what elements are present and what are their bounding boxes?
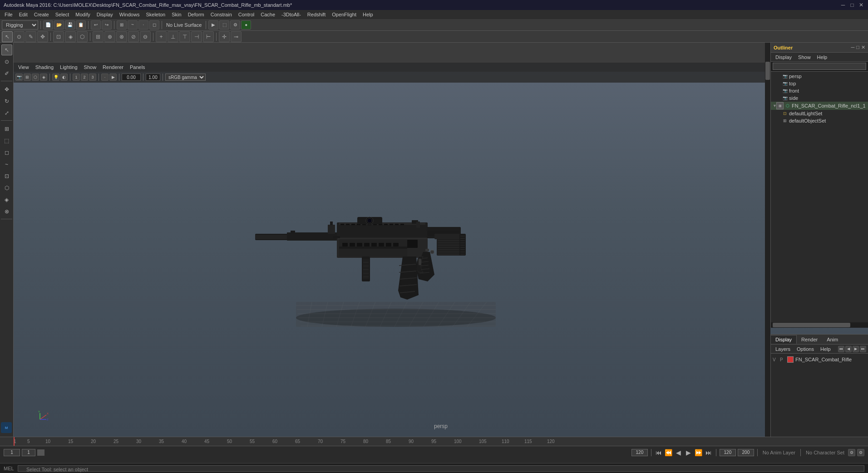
- coord-input[interactable]: 0.00: [122, 74, 141, 81]
- menu-constrain[interactable]: Constrain: [208, 11, 235, 18]
- outliner-item-lightset[interactable]: ⊡ defaultLightSet: [771, 110, 868, 117]
- vp-lighting-menu[interactable]: Lighting: [57, 64, 80, 71]
- menu-openflight[interactable]: OpenFlight: [329, 11, 359, 18]
- skip-to-start-button[interactable]: ⏮: [655, 448, 663, 457]
- maximize-button[interactable]: □: [849, 2, 855, 8]
- lasso-tool-button[interactable]: ⊙: [14, 31, 25, 42]
- menu-skeleton[interactable]: Skeleton: [143, 11, 168, 18]
- snap-grid-button[interactable]: ⊞: [117, 20, 127, 30]
- skeleton4-button[interactable]: ⊘: [128, 31, 139, 42]
- subdiv-tool-button[interactable]: ◈: [1, 194, 12, 205]
- paint-button[interactable]: ✐: [1, 68, 12, 79]
- vp-renderer-menu[interactable]: Renderer: [100, 64, 126, 71]
- channel-btn4[interactable]: ⏭: [860, 346, 866, 352]
- outliner-show-menu[interactable]: Show: [795, 54, 814, 61]
- move-tool-button[interactable]: ✥: [37, 31, 48, 42]
- play-forward-button[interactable]: ▶: [685, 448, 693, 457]
- snap5-button[interactable]: ⊢: [203, 31, 214, 42]
- outliner-hscrollbar-thumb[interactable]: [773, 323, 850, 327]
- menu-deform[interactable]: Deform: [185, 11, 207, 18]
- menu-modify[interactable]: Modify: [73, 11, 93, 18]
- snap-curve-button[interactable]: ~: [128, 20, 138, 30]
- outliner-item-side[interactable]: 📷 side: [771, 94, 868, 102]
- cross-button[interactable]: ✛: [219, 31, 230, 42]
- select-button[interactable]: ↖: [1, 44, 12, 55]
- transform3-button[interactable]: ⬡: [77, 31, 88, 42]
- scale-input[interactable]: [146, 74, 160, 81]
- outliner-close-button[interactable]: ✕: [861, 44, 865, 50]
- end-frame-input[interactable]: [631, 449, 648, 456]
- menu-cache[interactable]: Cache: [258, 11, 278, 18]
- vp-view-menu[interactable]: View: [15, 64, 32, 71]
- viewport-vscrollbar[interactable]: [765, 43, 770, 437]
- vp-grid-button[interactable]: ⊞: [24, 74, 31, 81]
- menu-skin[interactable]: Skin: [169, 11, 184, 18]
- start-frame-input[interactable]: [4, 449, 20, 456]
- outliner-item-fnscar[interactable]: ▼ ⊞ ⬡ FN_SCAR_Combat_Rifle_ncl1_1: [771, 102, 868, 110]
- skeleton3-button[interactable]: ⊗: [116, 31, 127, 42]
- vp-display3-button[interactable]: 3: [89, 74, 96, 81]
- step-forward-button[interactable]: ⏩: [695, 448, 703, 457]
- current-frame-input[interactable]: [22, 449, 35, 456]
- options-menu[interactable]: Options: [794, 345, 817, 353]
- curve-tool-button[interactable]: ~: [1, 159, 12, 170]
- poly-tool-button[interactable]: ⬡: [1, 182, 12, 193]
- range-start-input[interactable]: [720, 449, 736, 456]
- vp-snap-button[interactable]: ·: [101, 74, 108, 81]
- surface-tool-button[interactable]: ⊡: [1, 171, 12, 182]
- vp-show-menu[interactable]: Show: [81, 64, 99, 71]
- vp-shading-menu[interactable]: Shading: [33, 64, 56, 71]
- open-file-button[interactable]: 📂: [54, 20, 64, 30]
- skip-to-end-button[interactable]: ⏭: [705, 448, 713, 457]
- vp-light-button[interactable]: 💡: [52, 74, 59, 81]
- skeleton5-button[interactable]: ⊖: [140, 31, 151, 42]
- outliner-display-menu[interactable]: Display: [773, 54, 794, 61]
- new-file-button[interactable]: 📄: [43, 20, 53, 30]
- lasso-button[interactable]: ⊙: [1, 56, 12, 67]
- layers-menu[interactable]: Layers: [773, 345, 793, 353]
- render-tool-button[interactable]: ⬚: [1, 135, 12, 146]
- anim-options-button[interactable]: ⚙: [857, 449, 864, 456]
- skeleton2-button[interactable]: ⊕: [104, 31, 115, 42]
- channel-btn2[interactable]: ◀: [845, 346, 852, 352]
- vp-shadow-button[interactable]: ◐: [60, 74, 68, 81]
- redo-button[interactable]: ↪: [102, 20, 112, 30]
- mode-dropdown[interactable]: Rigging: [2, 20, 38, 30]
- snap1-button[interactable]: +: [156, 31, 167, 42]
- transform1-button[interactable]: ⊡: [53, 31, 64, 42]
- undo-button[interactable]: ↩: [91, 20, 101, 30]
- scale-button[interactable]: ⤢: [1, 108, 12, 118]
- deform-tool-button[interactable]: ⊗: [1, 206, 12, 217]
- snap-surface-button[interactable]: ◻: [149, 20, 159, 30]
- play-back-button[interactable]: ◀: [675, 448, 683, 457]
- time-ruler[interactable]: 1 5 10 15 20 25 30 35 40 45 50 55 60 65 …: [0, 437, 868, 446]
- outliner-maximize-button[interactable]: □: [856, 44, 859, 50]
- minimize-button[interactable]: ─: [840, 2, 846, 8]
- script-input-area[interactable]: [18, 465, 864, 472]
- render-settings-button[interactable]: ⚙: [230, 20, 240, 30]
- snap2-button[interactable]: ⊥: [168, 31, 178, 42]
- render-seq-button[interactable]: ●: [241, 20, 251, 30]
- vp-panels-menu[interactable]: Panels: [127, 64, 148, 71]
- menu-edit[interactable]: Edit: [16, 11, 30, 18]
- transform2-button[interactable]: ◈: [65, 31, 76, 42]
- cross2-button[interactable]: ⊸: [231, 31, 242, 42]
- menu-file[interactable]: File: [2, 11, 15, 18]
- current-time-marker[interactable]: [14, 437, 15, 446]
- display-tab[interactable]: Display: [771, 335, 797, 344]
- vp-smooth-button[interactable]: ◈: [40, 74, 47, 81]
- menu-3dtoall[interactable]: -3DtoAll-: [279, 11, 304, 18]
- outliner-hscrollbar[interactable]: [771, 322, 868, 328]
- menu-help[interactable]: Help: [360, 11, 376, 18]
- menu-windows[interactable]: Windows: [117, 11, 143, 18]
- vp-display1-button[interactable]: 1: [73, 74, 80, 81]
- menu-select[interactable]: Select: [53, 11, 72, 18]
- close-button[interactable]: ✕: [858, 2, 864, 8]
- help-menu[interactable]: Help: [818, 345, 833, 353]
- select-tool-button[interactable]: ↖: [2, 31, 13, 42]
- vp-cam-button[interactable]: 📷: [15, 74, 23, 81]
- viewport-vscrollbar-thumb[interactable]: [765, 62, 770, 80]
- outliner-item-top[interactable]: 📷 top: [771, 80, 868, 87]
- skeleton1-button[interactable]: ⊞: [93, 31, 104, 42]
- paint-select-button[interactable]: ✎: [25, 31, 36, 42]
